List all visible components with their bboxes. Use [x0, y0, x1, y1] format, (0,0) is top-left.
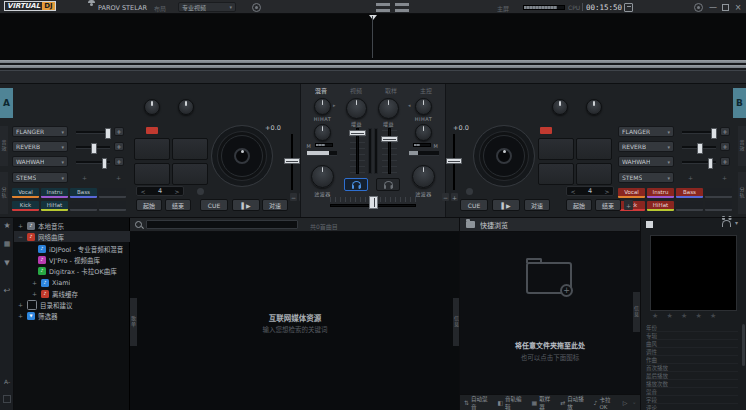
channel-2-gain-knob[interactable]	[378, 98, 399, 119]
mixer-tab-sampler[interactable]: 取样	[376, 86, 406, 95]
sampler-button[interactable]: ▦取样器	[531, 395, 555, 410]
deck-a-pad[interactable]	[172, 138, 208, 160]
deck-b-tab[interactable]: B	[733, 88, 746, 118]
track-overview-strip-b[interactable]	[0, 65, 746, 68]
autoplay-button[interactable]: ⇄自动播放	[560, 395, 588, 410]
stem-empty-button[interactable]	[705, 201, 732, 211]
mixer-tab-video[interactable]: 视频	[341, 86, 371, 95]
triangle-right-icon[interactable]: ▸	[333, 102, 336, 108]
back-arrow-icon[interactable]: ↩	[1, 286, 13, 295]
window-layout-icon-2[interactable]	[395, 3, 409, 12]
side-panel-tab-info-right[interactable]: 信息	[633, 292, 640, 332]
deck-b-play-button[interactable]: ▌▶	[492, 199, 520, 211]
loop-halve-button[interactable]: <	[137, 188, 149, 195]
stem-kick-button[interactable]: Kick	[12, 201, 39, 211]
deck-a-sync-button[interactable]: 对速	[262, 199, 288, 211]
loop-double-button[interactable]: >	[601, 188, 613, 195]
fx-slot-dropdown[interactable]: REVERB▾	[12, 141, 68, 152]
fx-dry-wet-slider[interactable]	[682, 161, 716, 164]
info-scrollbar[interactable]	[742, 324, 745, 366]
deck-a-pitch-minus-button[interactable]: −	[290, 193, 297, 201]
deck-a-tab[interactable]: A	[0, 88, 13, 118]
deck-a-jog-wheel[interactable]	[211, 125, 273, 187]
stem-bass-button[interactable]: Bass	[676, 188, 703, 198]
deck-b-add-button[interactable]: +	[624, 200, 633, 210]
deck-b-pitch-minus-button[interactable]: −	[442, 193, 449, 201]
fx-slider-handle[interactable]	[697, 143, 703, 154]
stem-empty-button[interactable]	[676, 201, 703, 211]
deck-a-loop-control[interactable]: < 4 >	[136, 186, 184, 196]
favorites-star-icon[interactable]: ★	[1, 221, 13, 230]
expand-icon[interactable]: +	[17, 301, 24, 308]
stem-empty-button[interactable]	[705, 188, 732, 198]
deck-a-key-knob[interactable]	[178, 99, 194, 115]
loop-halve-button[interactable]: <	[567, 188, 579, 195]
fx-slot-dropdown[interactable]: FLANGER▾	[618, 126, 674, 137]
deck-b-pad[interactable]	[538, 163, 574, 185]
fx-activate-button[interactable]: +	[114, 157, 124, 166]
expand-icon[interactable]: +	[17, 312, 24, 319]
deck-b-cue-button[interactable]: CUE	[460, 199, 488, 211]
mixer-left-volume-slider[interactable]	[307, 151, 337, 156]
crossfader-handle[interactable]	[369, 196, 378, 209]
fx-activate-button[interactable]: +	[114, 142, 124, 151]
info-toggle-square-icon[interactable]	[646, 221, 653, 228]
info-circle-icon[interactable]	[252, 3, 261, 12]
fx-slot-dropdown[interactable]: WAHWAH▾	[12, 156, 68, 167]
fx-slider-handle[interactable]	[708, 158, 714, 169]
maximize-button[interactable]	[722, 4, 729, 11]
deck-a-cue-button[interactable]: CUE	[200, 199, 228, 211]
stem-vocal-button[interactable]: Vocal	[618, 188, 645, 198]
side-panel-tab-playlist[interactable]: 歌单	[130, 298, 137, 346]
filter-funnel-icon[interactable]: ▼	[1, 259, 13, 267]
tree-item-offline-cache[interactable]: + ♪ 离线缓存	[14, 288, 147, 299]
deck-b-loop-knob[interactable]	[552, 99, 568, 115]
tree-item-filters[interactable]: + ▼ 筛选器	[14, 310, 133, 321]
window-layout-icon-1[interactable]	[376, 3, 390, 12]
deck-a-pad[interactable]	[134, 163, 170, 185]
deck-b-loop-in-button[interactable]: 起始	[566, 199, 592, 211]
stem-instru-button[interactable]: Instru	[647, 188, 674, 198]
stem-hihat-button[interactable]: HiHat	[647, 201, 674, 211]
deck-b-pitch-plus-button[interactable]: +	[451, 193, 458, 201]
grid-view-icon[interactable]	[3, 395, 11, 403]
fx-activate-button[interactable]: +	[720, 142, 730, 151]
fx-slot-dropdown[interactable]: WAHWAH▾	[618, 156, 674, 167]
deck-a-pad[interactable]	[172, 163, 208, 185]
pictures-icon[interactable]: ▦	[1, 240, 13, 248]
deck-a-stems-side-tab[interactable]: 分轨	[0, 172, 8, 214]
play-preview-icon[interactable]: ▷	[623, 399, 628, 406]
expand-icon[interactable]: +	[31, 290, 38, 297]
waveform-area[interactable]	[0, 14, 746, 60]
channel-2-fader-handle[interactable]	[381, 136, 398, 142]
channel-1-gain-knob[interactable]	[346, 98, 367, 119]
fx-activate-button[interactable]: +	[114, 127, 124, 136]
settings-gear-icon[interactable]	[694, 3, 703, 12]
search-input[interactable]	[146, 220, 298, 229]
automix-button[interactable]: ⇅自动混音	[464, 395, 492, 410]
deck-a-pad[interactable]	[134, 138, 170, 160]
mixer-tab-master[interactable]: 主控	[411, 86, 441, 95]
tree-item-online-library[interactable]: − ♪ 网络曲库	[14, 231, 133, 242]
stems-dropdown[interactable]: STEMS▾	[12, 172, 68, 183]
deck-b-pad[interactable]	[538, 138, 574, 160]
collapse-icon[interactable]: −	[17, 233, 24, 240]
rating-stars[interactable]: ★ ★ ★ ★ ★	[652, 312, 742, 320]
record-dot-icon[interactable]: ◦	[632, 399, 636, 406]
stem-instru-button[interactable]: Instru	[41, 188, 68, 198]
zoom-out-text-button[interactable]: A-	[1, 378, 13, 385]
triangle-left-icon[interactable]: ◂	[408, 102, 411, 108]
deck-b-loop-control[interactable]: < 4 >	[566, 186, 614, 196]
tree-item-catalog[interactable]: + 目录和建议	[14, 299, 133, 310]
user-name[interactable]: PAROV STELAR	[98, 4, 150, 12]
expand-icon[interactable]: +	[31, 279, 38, 286]
deck-a-fx-side-tab[interactable]: 音效	[0, 126, 8, 166]
fx-dry-wet-slider[interactable]	[682, 131, 716, 134]
fx-slot-dropdown[interactable]: REVERB▾	[618, 141, 674, 152]
tree-item-local-music[interactable]: + ♪ 本地音乐	[14, 220, 133, 231]
master-volume-meter[interactable]	[523, 5, 565, 10]
stems-plus-icon[interactable]: +	[82, 174, 87, 181]
fx-slider-handle[interactable]	[711, 128, 717, 139]
minimize-button[interactable]: —	[708, 2, 718, 12]
shortcut-drop-zone[interactable]: + 将任意文件夹拖至此处 也可以点击下面图标	[460, 232, 640, 394]
